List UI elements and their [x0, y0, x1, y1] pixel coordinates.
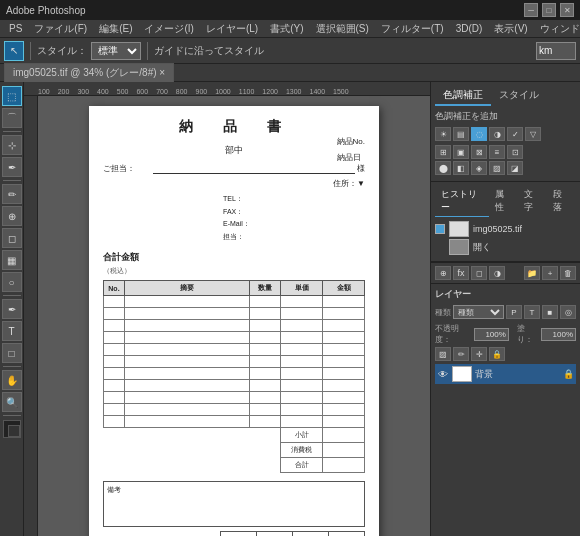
approval-uketsuke: 受付	[329, 532, 365, 536]
adj-icon[interactable]: ◑	[489, 266, 505, 280]
layers-filter: 種類 種類 P T ■ ◎	[435, 305, 576, 319]
recipient-underline	[153, 173, 355, 174]
vibrance-icon[interactable]: ✓	[507, 127, 523, 141]
brush-tool[interactable]: ✏	[2, 184, 22, 204]
gradient-map-icon[interactable]: ▨	[489, 161, 505, 175]
tab-color-adjustment[interactable]: 色調補正	[435, 86, 491, 106]
menu-window[interactable]: ウィンドウ(W)	[535, 21, 580, 37]
menu-edit[interactable]: 編集(E)	[94, 21, 137, 37]
hand-tool[interactable]: ✋	[2, 370, 22, 390]
maximize-button[interactable]: □	[542, 3, 556, 17]
file-tab[interactable]: img05025.tif @ 34% (グレー/8#) ×	[4, 63, 174, 82]
tool-sep-3	[3, 295, 21, 296]
menu-filter[interactable]: フィルター(T)	[376, 21, 449, 37]
selective-color-icon[interactable]: ◪	[507, 161, 523, 175]
layers-icons-row: ⊕ fx ◻ ◑ 📁 + 🗑	[431, 262, 580, 284]
filter-type-select[interactable]: 種類	[453, 305, 504, 319]
zoom-tool[interactable]: 🔍	[2, 392, 22, 412]
history-name-1: img05025.tif	[473, 224, 522, 234]
lock-transparent-icon[interactable]: ▨	[435, 347, 451, 361]
exposure-icon[interactable]: ◑	[489, 127, 505, 141]
menu-ps[interactable]: PS	[4, 22, 27, 35]
eraser-tool[interactable]: ◻	[2, 228, 22, 248]
tab-properties[interactable]: 属性	[489, 186, 518, 217]
filter-btn-2[interactable]: T	[524, 305, 540, 319]
lock-brush-icon[interactable]: ✏	[453, 347, 469, 361]
fx-icon[interactable]: fx	[453, 266, 469, 280]
eyedropper-tool[interactable]: ✒	[2, 157, 22, 177]
filter-btn-4[interactable]: ◎	[560, 305, 576, 319]
hsl-icon[interactable]: ▽	[525, 127, 541, 141]
channel-mixer-icon[interactable]: ≡	[489, 145, 505, 159]
fill-input[interactable]	[541, 328, 576, 341]
move-tool[interactable]: ↖	[4, 41, 24, 61]
canvas-scroll[interactable]: 納 品 書 部中 納品No. 納品日 ご担当： 様 住所：▼	[24, 96, 430, 536]
size-input[interactable]	[536, 42, 576, 60]
tab-paragraph[interactable]: 段落	[547, 186, 576, 217]
menu-file[interactable]: ファイル(F)	[29, 21, 92, 37]
posterize-icon[interactable]: ◧	[453, 161, 469, 175]
menu-image[interactable]: イメージ(I)	[139, 21, 198, 37]
menu-3d[interactable]: 3D(D)	[451, 22, 488, 35]
layers-section: レイヤー 種類 種類 P T ■ ◎ 不透明度： 塗り： ▨ ✏ ✛	[431, 284, 580, 536]
bw-icon[interactable]: ▣	[453, 145, 469, 159]
crop-tool[interactable]: ⊹	[2, 135, 22, 155]
levels-icon[interactable]: ▤	[453, 127, 469, 141]
layer-row-background[interactable]: 👁 背景 🔒	[435, 364, 576, 384]
tab-style[interactable]: スタイル	[491, 86, 547, 106]
style-select[interactable]: 標準	[91, 42, 141, 60]
table-row: 消費税	[104, 443, 365, 458]
shape-tool[interactable]: □	[2, 343, 22, 363]
menu-select[interactable]: 選択範囲(S)	[311, 21, 374, 37]
lock-position-icon[interactable]: ✛	[471, 347, 487, 361]
pen-tool[interactable]: ✒	[2, 299, 22, 319]
filter-btn-3[interactable]: ■	[542, 305, 558, 319]
color-lookup-icon[interactable]: ⊡	[507, 145, 523, 159]
new-group-icon[interactable]: ⊕	[435, 266, 451, 280]
adj-title: 色調補正を追加	[435, 110, 576, 123]
lasso-tool[interactable]: ⌒	[2, 108, 22, 128]
minimize-button[interactable]: ─	[524, 3, 538, 17]
history-check-1	[435, 224, 445, 234]
gradient-tool[interactable]: ▦	[2, 250, 22, 270]
menu-layer[interactable]: レイヤー(L)	[201, 21, 263, 37]
table-row	[104, 416, 365, 428]
invert-icon[interactable]: ⬤	[435, 161, 451, 175]
col-desc: 摘要	[124, 281, 249, 296]
person: 担当：	[223, 231, 365, 244]
photo-filter-icon[interactable]: ⊠	[471, 145, 487, 159]
lock-all-icon[interactable]: 🔒	[489, 347, 505, 361]
colorbalance-icon[interactable]: ⊞	[435, 145, 451, 159]
history-section: ヒストリー 属性 文字 段落 img05025.tif 開く	[431, 182, 580, 262]
type-tool[interactable]: T	[2, 321, 22, 341]
filter-btn-1[interactable]: P	[506, 305, 522, 319]
menu-type[interactable]: 書式(Y)	[265, 21, 308, 37]
clone-tool[interactable]: ⊕	[2, 206, 22, 226]
layer-eye-icon[interactable]: 👁	[437, 368, 449, 380]
menu-view[interactable]: 表示(V)	[489, 21, 532, 37]
opacity-input[interactable]	[474, 328, 509, 341]
canvas-content[interactable]: 納 品 書 部中 納品No. 納品日 ご担当： 様 住所：▼	[38, 96, 430, 536]
foreground-color[interactable]	[3, 420, 21, 438]
selection-tool[interactable]: ⬚	[2, 86, 22, 106]
threshold-icon[interactable]: ◈	[471, 161, 487, 175]
tool-sep-4	[3, 366, 21, 367]
opacity-row: 不透明度： 塗り：	[435, 323, 576, 345]
delete-layer-icon[interactable]: 🗑	[560, 266, 576, 280]
invoice-table: No. 摘要 数量 単価 金額	[103, 280, 365, 473]
brightness-icon[interactable]: ☀	[435, 127, 451, 141]
curves-icon[interactable]: ◌	[471, 127, 487, 141]
close-button[interactable]: ✕	[560, 3, 574, 17]
tab-history[interactable]: ヒストリー	[435, 186, 489, 217]
tab-character[interactable]: 文字	[518, 186, 547, 217]
folder-icon[interactable]: 📁	[524, 266, 540, 280]
mask-icon[interactable]: ◻	[471, 266, 487, 280]
add-layer-icon[interactable]: +	[542, 266, 558, 280]
background-color[interactable]	[8, 425, 20, 437]
adjustment-section: 色調補正 スタイル 色調補正を追加 ☀ ▤ ◌ ◑ ✓ ▽ ⊞ ▣ ⊠ ≡ ⊡ …	[431, 82, 580, 182]
table-row	[104, 320, 365, 332]
dodge-tool[interactable]: ○	[2, 272, 22, 292]
approval-section: 検収 仕選 出庫 受付	[103, 531, 365, 536]
date-label: 納品日	[337, 150, 365, 166]
col-no: No.	[104, 281, 125, 296]
